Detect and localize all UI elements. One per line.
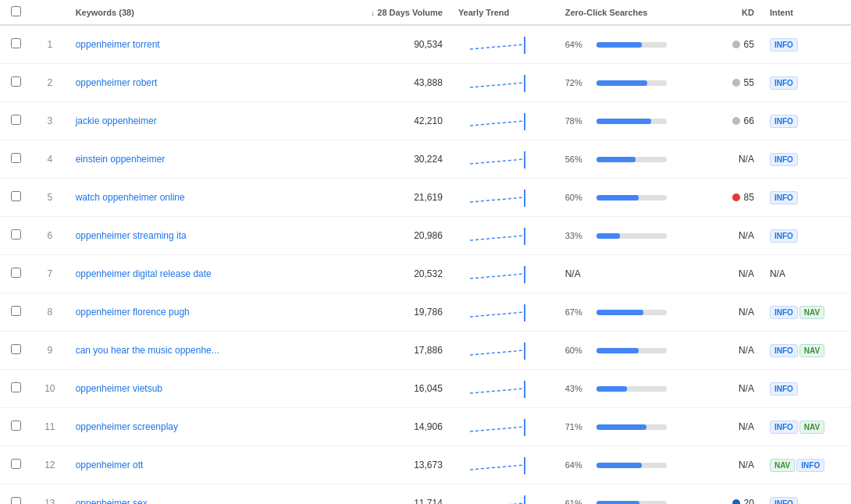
keyword-link[interactable]: oppenheimer streaming ita: [76, 230, 187, 241]
trend-visual: [458, 413, 550, 441]
header-trend[interactable]: Yearly Trend: [450, 0, 557, 25]
intent-badge: INFO: [770, 38, 798, 51]
row-volume: 30,224: [344, 140, 450, 179]
keyword-link[interactable]: oppenheimer digital release date: [76, 268, 212, 279]
svg-line-6: [470, 159, 525, 164]
kd-cell: 66: [707, 115, 754, 126]
row-trend: [450, 408, 557, 446]
trend-chart: [468, 301, 539, 323]
trend-visual: [458, 489, 550, 504]
header-trend-label: Yearly Trend: [458, 8, 509, 17]
row-volume: 11,714: [344, 484, 450, 505]
intent-badge: NAV: [799, 344, 824, 357]
row-checkbox[interactable]: [11, 497, 21, 504]
row-number: 5: [32, 179, 68, 217]
select-all-checkbox[interactable]: [11, 6, 21, 16]
row-number: 12: [32, 446, 68, 484]
row-checkbox[interactable]: [11, 76, 21, 87]
row-checkbox[interactable]: [11, 38, 21, 48]
kd-cell: 85: [707, 192, 754, 203]
row-checkbox[interactable]: [11, 268, 21, 278]
keyword-link[interactable]: jackie oppenheimer: [76, 115, 157, 126]
zero-bar-bg: [596, 348, 667, 353]
row-intent: NAVINFO: [762, 446, 851, 484]
row-check-cell: [0, 179, 32, 217]
row-check-cell: [0, 140, 32, 179]
table-row: 13oppenheimer sex11,714 61% 20 INFO: [0, 484, 851, 505]
keyword-link[interactable]: einstein oppenheimer: [76, 154, 166, 165]
row-checkbox[interactable]: [11, 421, 21, 431]
row-check-cell: [0, 293, 32, 332]
row-keyword-cell: watch oppenheimer online: [68, 179, 344, 217]
keyword-link[interactable]: oppenheimer vietsub: [76, 383, 162, 394]
header-keywords-label: Keywords (38): [76, 8, 134, 17]
header-intent[interactable]: Intent: [762, 0, 851, 25]
intent-badge: INFO: [770, 191, 798, 204]
zero-click-cell: 72%: [565, 78, 692, 87]
zero-bar-bg: [596, 157, 667, 162]
row-kd: N/A: [700, 255, 762, 293]
trend-chart: [468, 72, 539, 94]
row-keyword-cell: oppenheimer digital release date: [68, 255, 344, 293]
row-number: 9: [32, 332, 68, 370]
row-kd: N/A: [700, 217, 762, 255]
keyword-link[interactable]: oppenheimer sex: [76, 498, 148, 504]
svg-line-10: [470, 236, 525, 240]
svg-line-16: [470, 350, 525, 355]
kd-na: N/A: [739, 154, 754, 165]
trend-chart: [468, 339, 539, 361]
row-checkbox[interactable]: [11, 153, 21, 163]
row-zero-click: 33%: [557, 217, 700, 255]
header-check[interactable]: [0, 0, 32, 25]
svg-line-20: [470, 427, 525, 431]
row-zero-click: 64%: [557, 446, 700, 484]
row-kd: 85: [700, 179, 762, 217]
zero-click-pct: 33%: [565, 231, 592, 240]
intent-badge: INFO: [770, 382, 798, 396]
header-kd[interactable]: KD: [700, 0, 762, 25]
zero-click-pct: 60%: [565, 193, 592, 202]
zero-bar-fill: [596, 386, 627, 392]
trend-visual: [458, 374, 550, 403]
kd-na: N/A: [739, 460, 754, 470]
row-checkbox[interactable]: [11, 344, 21, 354]
zero-click-cell: 60%: [565, 193, 692, 202]
intent-badge: INFO: [770, 229, 798, 243]
trend-visual: [458, 30, 550, 59]
zero-click-na: N/A: [565, 268, 581, 279]
table-row: 3jackie oppenheimer42,210 78% 66 INFO: [0, 102, 851, 140]
row-trend: [450, 484, 557, 505]
header-zero-click[interactable]: Zero-Click Searches: [557, 0, 700, 25]
svg-line-12: [470, 274, 525, 279]
kd-na: N/A: [739, 421, 754, 432]
svg-line-2: [470, 83, 525, 87]
row-checkbox[interactable]: [11, 459, 21, 469]
keyword-link[interactable]: oppenheimer florence pugh: [76, 307, 190, 318]
row-checkbox[interactable]: [11, 382, 21, 392]
keyword-link[interactable]: can you hear the music oppenhe...: [76, 345, 219, 356]
trend-visual: [458, 336, 550, 364]
zero-click-pct: 71%: [565, 422, 592, 431]
row-zero-click: 67%: [557, 293, 700, 332]
row-zero-click: 60%: [557, 179, 700, 217]
zero-bar-bg: [596, 80, 667, 86]
keyword-link[interactable]: oppenheimer torrent: [76, 39, 160, 50]
row-volume: 20,986: [344, 217, 450, 255]
header-keywords[interactable]: Keywords (38): [68, 0, 344, 25]
keyword-link[interactable]: oppenheimer screenplay: [76, 421, 178, 432]
keyword-link[interactable]: oppenheimer robert: [76, 77, 158, 88]
zero-click-pct: 61%: [565, 499, 592, 504]
zero-click-cell: 64%: [565, 40, 692, 49]
table-row: 10oppenheimer vietsub16,045 43% N/AINFO: [0, 370, 851, 408]
row-checkbox[interactable]: [11, 306, 21, 316]
keyword-link[interactable]: oppenheimer ott: [76, 460, 144, 470]
trend-chart: [468, 263, 539, 285]
row-checkbox[interactable]: [11, 229, 21, 240]
row-checkbox[interactable]: [11, 115, 21, 125]
row-checkbox[interactable]: [11, 191, 21, 201]
zero-bar-bg: [596, 195, 667, 201]
row-kd: 55: [700, 64, 762, 102]
header-volume[interactable]: ↓ 28 Days Volume: [344, 0, 450, 25]
keyword-link[interactable]: watch oppenheimer online: [76, 192, 185, 203]
row-volume: 13,673: [344, 446, 450, 484]
